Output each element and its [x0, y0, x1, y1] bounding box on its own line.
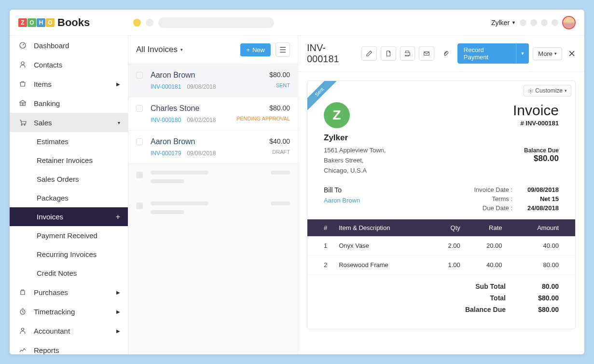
invoice-row[interactable]: Aaron Brown INV-000179 09/08/2018 $40.00…: [128, 131, 298, 164]
line-number: 1: [307, 236, 333, 256]
sidebar-item-label: Invoices: [37, 213, 63, 221]
button-label: New: [252, 46, 265, 54]
line-rate: 40.00: [466, 256, 508, 275]
invoice-date: 09/08/2018: [187, 150, 216, 157]
sidebar-item-packages[interactable]: Packages: [10, 189, 128, 207]
sidebar-item-accountant[interactable]: Accountant ▶: [10, 321, 128, 340]
sidebar-item-payment-received[interactable]: Payment Received: [10, 226, 128, 245]
line-qty: 1.00: [429, 256, 466, 275]
list-title-label: All Invoices: [136, 45, 178, 54]
col-header: Qty: [429, 219, 466, 236]
placeholder-row: [128, 195, 298, 226]
close-button[interactable]: [568, 50, 576, 57]
row-checkbox[interactable]: [136, 72, 143, 79]
row-checkbox[interactable]: [136, 138, 143, 145]
sidebar-item-estimates[interactable]: Estimates: [10, 132, 128, 151]
bill-to-block: Bill To Aaron Brown: [324, 186, 360, 214]
sidebar-item-label: Accountant: [34, 327, 70, 335]
sidebar-item-banking[interactable]: Banking: [10, 94, 128, 113]
edit-button[interactable]: [361, 46, 377, 61]
svg-point-7: [530, 90, 531, 92]
timetracking-icon: [18, 307, 27, 316]
pdf-button[interactable]: [381, 46, 396, 61]
chevron-down-icon: ▾: [118, 120, 120, 125]
sidebar-item-sales-orders[interactable]: Sales Orders: [10, 170, 128, 189]
line-item-name: Onyx Vase: [333, 236, 429, 256]
sidebar-item-label: Purchases: [34, 288, 68, 297]
brand-books: Books: [57, 16, 90, 29]
purchases-icon: [18, 288, 27, 297]
sidebar-item-label: Estimates: [37, 137, 69, 146]
invoice-status: DRAFT: [272, 149, 290, 155]
record-payment-dropdown[interactable]: ▼: [516, 43, 529, 64]
sidebar-item-contacts[interactable]: Contacts: [10, 55, 128, 74]
totals-value: $80.00: [525, 306, 559, 313]
plus-icon[interactable]: +: [116, 213, 120, 221]
sidebar: Dashboard Contacts Items ▶ Banking Sales…: [10, 36, 128, 354]
line-items-table: # Item & Description Qty Rate Amount 1 O…: [307, 219, 575, 275]
sidebar-item-label: Sales Orders: [37, 175, 79, 183]
sidebar-item-purchases[interactable]: Purchases ▶: [10, 283, 128, 302]
hamburger-icon: ☰: [279, 45, 286, 54]
sidebar-item-label: Timetracking: [34, 308, 75, 316]
topbar-action-icon[interactable]: [520, 19, 526, 26]
line-number: 2: [307, 256, 333, 275]
invoice-row[interactable]: Charles Stone INV-000180 09/02/2018 $80.…: [128, 97, 298, 131]
invoice-card: Customize ▾ Sent Z Zylker 1561 Appleview…: [307, 81, 576, 329]
balance-due-value: $80.00: [513, 154, 559, 163]
col-header: Amount: [508, 219, 575, 236]
list-scroll[interactable]: Aaron Brown INV-000181 09/08/2018 $80.00…: [128, 64, 298, 354]
sidebar-item-credit-notes[interactable]: Credit Notes: [10, 264, 128, 283]
logo-letter: O: [28, 18, 36, 27]
print-button[interactable]: [400, 46, 415, 61]
company-dropdown[interactable]: Zylker ▼: [491, 19, 516, 27]
company-address-line: Chicago, U.S.A: [324, 166, 386, 176]
topbar-action-icon[interactable]: [552, 19, 558, 26]
list-filter-dropdown[interactable]: All Invoices ▾: [136, 45, 183, 54]
list-menu-button[interactable]: ☰: [276, 42, 290, 57]
sidebar-item-sales[interactable]: Sales ▾: [10, 113, 128, 132]
record-payment-button[interactable]: Record Payment ▼: [457, 43, 529, 64]
sidebar-item-retainer-invoices[interactable]: Retainer Invoices: [10, 151, 128, 170]
app-window: Z O H O Books Zylker ▼: [10, 10, 584, 354]
invoice-number: INV-000179: [151, 150, 181, 157]
bill-to-customer[interactable]: Aaron Brown: [324, 197, 360, 204]
customize-button[interactable]: Customize ▾: [524, 85, 571, 96]
button-label: Record Payment: [464, 46, 510, 61]
sales-icon: [18, 118, 27, 127]
invoice-row[interactable]: Aaron Brown INV-000181 09/08/2018 $80.00…: [128, 64, 298, 97]
topbar-action-icon[interactable]: [541, 19, 548, 26]
line-item-row: 1 Onyx Vase 2.00 20.00 40.00: [307, 236, 575, 256]
placeholder-icon: [136, 202, 143, 209]
sidebar-item-label: Banking: [34, 99, 60, 108]
totals-label: Balance Due: [448, 306, 506, 313]
new-invoice-button[interactable]: + New: [240, 43, 271, 56]
more-button[interactable]: More ▾: [533, 47, 562, 60]
topbar-action-icon[interactable]: [530, 19, 537, 26]
line-item-name: Rosewood Frame: [333, 256, 429, 275]
sidebar-item-invoices[interactable]: Invoices +: [10, 207, 128, 226]
logo-letter: H: [37, 18, 45, 27]
invoice-meta-table: Invoice Date :09/08/2018 Terms :Net 15 D…: [464, 186, 559, 214]
reports-icon: [18, 346, 27, 354]
sidebar-item-reports[interactable]: Reports: [10, 340, 128, 354]
chevron-down-icon: ▼: [520, 51, 525, 56]
sidebar-item-label: Packages: [37, 194, 69, 202]
detail-body[interactable]: Customize ▾ Sent Z Zylker 1561 Appleview…: [298, 72, 584, 354]
sidebar-item-dashboard[interactable]: Dashboard: [10, 36, 128, 55]
sidebar-item-recurring-invoices[interactable]: Recurring Invoices: [10, 245, 128, 264]
meta-value: Net 15: [522, 195, 559, 202]
chevron-right-icon: ▶: [116, 290, 120, 295]
sidebar-item-timetracking[interactable]: Timetracking ▶: [10, 302, 128, 321]
search-placeholder-bar[interactable]: [158, 17, 274, 28]
bill-to-label: Bill To: [324, 186, 360, 194]
chevron-right-icon: ▶: [116, 328, 120, 334]
invoice-amount: $40.00: [269, 137, 290, 145]
sidebar-item-items[interactable]: Items ▶: [10, 74, 128, 94]
email-button[interactable]: [419, 46, 434, 61]
company-name: Zylker: [324, 133, 386, 143]
user-avatar[interactable]: [562, 16, 576, 29]
row-checkbox[interactable]: [136, 105, 143, 112]
attachment-button[interactable]: [438, 46, 454, 61]
invoice-amount: $80.00: [269, 71, 290, 79]
